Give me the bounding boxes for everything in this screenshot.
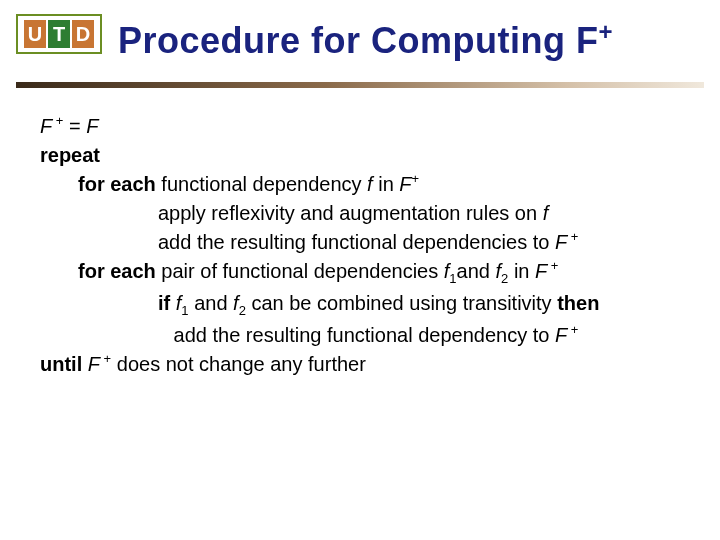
var-F4: F [535,260,547,282]
logo-letter-d: D [72,20,94,48]
var-F6: F [88,353,100,375]
line-if: if f1 and f2 can be combined using trans… [40,289,690,321]
txt-nochange: does not change any further [111,353,366,375]
txt-apply: apply reflexivity and augmentation rules… [158,202,543,224]
line-repeat: repeat [40,141,690,170]
line-foreach-fd: for each functional dependency f in F+ [40,170,690,199]
sup-plus4: + [547,258,558,273]
line-add2: add the resulting functional dependency … [40,321,690,350]
kw-if: if [158,292,170,314]
var-F2: F [86,115,98,137]
var-F: F [40,115,52,137]
sub-1: 1 [449,271,456,286]
txt-in: in [373,173,400,195]
var-F3: F [555,231,567,253]
line-init: F + = F [40,112,690,141]
var-f2: f [543,202,549,224]
algorithm-body: F + = F repeat for each functional depen… [40,112,690,379]
txt-add1: add the resulting functional dependencie… [158,231,555,253]
kw-then: then [557,292,599,314]
line-foreach-pair: for each pair of functional dependencies… [40,257,690,289]
slide-title: Procedure for Computing F+ [118,18,613,62]
eq: = [63,115,86,137]
sup-plus6: + [100,351,111,366]
line-add1: add the resulting functional dependencie… [40,228,690,257]
txt-add2: add the resulting functional dependency … [168,324,555,346]
txt-in2: in [508,260,535,282]
sup-plus: + [52,113,63,128]
sub-1b: 1 [181,303,188,318]
txt-fd: functional dependency [156,173,367,195]
title-text: Procedure for Computing F [118,20,599,61]
utd-logo: U T D [16,14,102,54]
sup-plus2: + [412,171,420,186]
txt-trans: can be combined using transitivity [246,292,557,314]
title-superscript: + [599,18,614,45]
kw-until: until [40,353,82,375]
txt-and2: and [189,292,233,314]
logo-letter-u: U [24,20,46,48]
logo-letter-t: T [48,20,70,48]
txt-pair: pair of functional dependencies [156,260,444,282]
var-Fp: F [399,173,411,195]
txt-and: and [457,260,496,282]
kw-repeat: repeat [40,144,100,166]
kw-foreach: for each [78,173,156,195]
sub-2b: 2 [239,303,246,318]
sup-plus5: + [567,322,578,337]
line-apply: apply reflexivity and augmentation rules… [40,199,690,228]
var-F5: F [555,324,567,346]
title-divider [16,82,704,88]
kw-foreach2: for each [78,260,156,282]
line-until: until F + does not change any further [40,350,690,379]
sup-plus3: + [567,229,578,244]
logo-inner: U T D [24,20,94,48]
